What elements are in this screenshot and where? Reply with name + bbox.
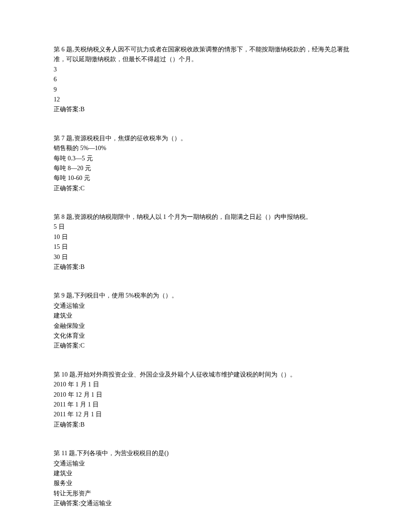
question-stem: 第 6 题,关税纳税义务人因不可抗力或者在国家税收政策调整的情形下，不能按期缴纳… — [54, 45, 357, 65]
question-answer: 正确答案:C — [54, 184, 357, 193]
question-option: 5 日 — [54, 222, 357, 232]
question-option: 12 — [54, 95, 357, 105]
question-option: 每吨 10-60 元 — [54, 173, 357, 183]
question-11: 第 11 题,下列各项中，为营业税税目的是() 交通运输业 建筑业 服务业 转让… — [54, 448, 357, 508]
question-option: 2010 年 1 月 1 日 — [54, 380, 357, 390]
question-option: 每吨 0.3—5 元 — [54, 154, 357, 163]
question-option: 转让无形资产 — [54, 489, 357, 498]
question-option: 服务业 — [54, 478, 357, 488]
question-option: 2011 年 12 月 1 日 — [54, 410, 357, 419]
question-answer: 正确答案:B — [54, 262, 357, 272]
question-option: 9 — [54, 85, 357, 95]
question-stem: 第 7 题,资源税税目中，焦煤的征收税率为（）。 — [54, 134, 357, 143]
question-option: 每吨 8—20 元 — [54, 163, 357, 173]
question-option: 交通运输业 — [54, 301, 357, 311]
question-stem: 第 11 题,下列各项中，为营业税税目的是() — [54, 448, 357, 458]
question-option: 金融保险业 — [54, 321, 357, 331]
question-option: 6 — [54, 75, 357, 84]
question-stem: 第 10 题,开始对外商投资企业、外国企业及外籍个人征收城市维护建设税的时间为（… — [54, 370, 357, 380]
question-6: 第 6 题,关税纳税义务人因不可抗力或者在国家税收政策调整的情形下，不能按期缴纳… — [54, 45, 357, 115]
question-option: 3 — [54, 65, 357, 75]
question-option: 2011 年 1 月 1 日 — [54, 400, 357, 410]
question-option: 文化体育业 — [54, 331, 357, 341]
question-answer: 正确答案:交通运输业 — [54, 498, 357, 508]
question-answer: 正确答案:B — [54, 420, 357, 430]
question-option: 建筑业 — [54, 469, 357, 478]
question-stem: 第 8 题,资源税的纳税期限中，纳税人以 1 个月为一期纳税的，自期满之日起（）… — [54, 212, 357, 222]
question-9: 第 9 题,下列税目中，使用 5%税率的为（）。 交通运输业 建筑业 金融保险业… — [54, 291, 357, 351]
question-stem: 第 9 题,下列税目中，使用 5%税率的为（）。 — [54, 291, 357, 301]
question-option: 交通运输业 — [54, 459, 357, 469]
question-8: 第 8 题,资源税的纳税期限中，纳税人以 1 个月为一期纳税的，自期满之日起（）… — [54, 212, 357, 272]
question-answer: 正确答案:B — [54, 105, 357, 114]
question-option: 销售额的 5%—10% — [54, 143, 357, 153]
question-10: 第 10 题,开始对外商投资企业、外国企业及外籍个人征收城市维护建设税的时间为（… — [54, 370, 357, 430]
question-option: 30 日 — [54, 252, 357, 262]
question-option: 10 日 — [54, 232, 357, 242]
question-answer: 正确答案:C — [54, 341, 357, 351]
question-option: 2010 年 12 月 1 日 — [54, 390, 357, 400]
question-option: 建筑业 — [54, 311, 357, 321]
question-7: 第 7 题,资源税税目中，焦煤的征收税率为（）。 销售额的 5%—10% 每吨 … — [54, 134, 357, 193]
question-option: 15 日 — [54, 242, 357, 252]
